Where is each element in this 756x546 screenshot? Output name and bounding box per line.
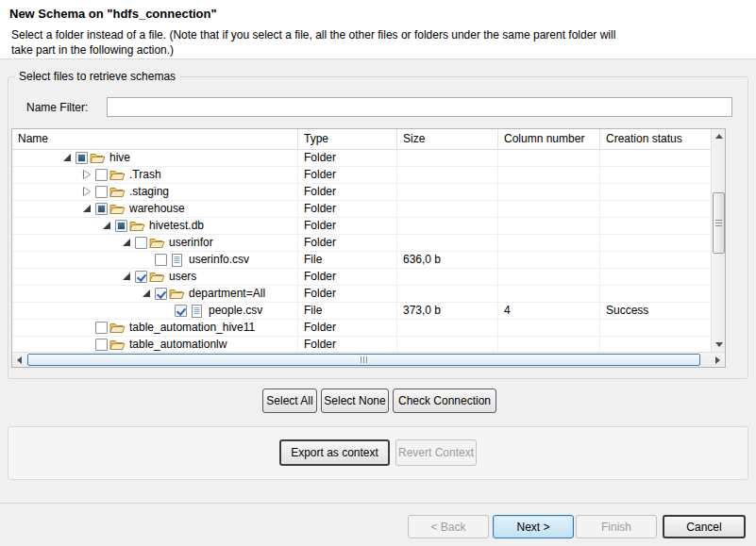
export-as-context-button[interactable]: Export as context <box>279 439 390 466</box>
cell-type: Folder <box>298 337 397 352</box>
scroll-up-icon[interactable] <box>715 134 723 139</box>
cell-size <box>397 218 498 234</box>
next-button[interactable]: Next > <box>493 515 574 538</box>
cell-size <box>397 337 498 352</box>
tree-row[interactable]: userinfor Folder <box>12 235 711 252</box>
horizontal-scrollbar-thumb[interactable] <box>27 354 700 366</box>
cell-size <box>397 150 498 166</box>
cell-column-number <box>498 320 600 336</box>
cell-column-number <box>498 184 600 200</box>
tree-row-label: people.csv <box>209 303 262 319</box>
row-checkbox-unchecked[interactable] <box>95 186 108 198</box>
cell-type: File <box>298 303 397 319</box>
vertical-scrollbar-thumb[interactable] <box>713 192 725 254</box>
folder-icon <box>149 237 165 250</box>
row-checkbox-unchecked[interactable] <box>155 254 167 266</box>
cell-column-number <box>498 235 600 251</box>
cell-creation-status <box>600 269 711 285</box>
tree-row[interactable]: .Trash Folder <box>12 167 711 184</box>
cell-type: Folder <box>298 235 397 251</box>
expander-expanded-icon[interactable] <box>121 271 133 283</box>
cell-creation-status <box>600 167 711 183</box>
select-all-button[interactable]: Select All <box>262 389 317 413</box>
column-header-type[interactable]: Type <box>298 129 397 149</box>
cell-creation-status <box>600 201 711 217</box>
file-icon <box>169 254 185 267</box>
expander-expanded-icon[interactable] <box>121 237 133 249</box>
row-checkbox-unchecked[interactable] <box>95 322 108 334</box>
row-checkbox-partial[interactable] <box>95 203 108 215</box>
tree-row-name-cell: warehouse <box>12 201 298 217</box>
cell-column-number <box>498 286 600 302</box>
tree-row[interactable]: userinfo.csv File 636,0 b <box>12 252 711 269</box>
cell-column-number <box>498 269 600 285</box>
tree-row[interactable]: users Folder <box>12 269 711 286</box>
row-checkbox-unchecked[interactable] <box>95 169 108 181</box>
tree-row[interactable]: hive Folder <box>12 150 711 167</box>
column-header-size[interactable]: Size <box>397 129 498 149</box>
tree-rows-container: hive Folder .Trash Folder .staging Folde… <box>12 150 711 352</box>
expander-placeholder <box>81 339 93 351</box>
tree-row-name-cell: table_automationlw <box>12 337 298 352</box>
tree-row-label: users <box>169 269 196 285</box>
tree-row-name-cell: people.csv <box>12 303 298 319</box>
table-header-row: Name Type Size Column number Creation st… <box>12 129 711 150</box>
expander-collapsed-icon[interactable] <box>81 169 93 181</box>
cell-size <box>397 201 498 217</box>
cell-size <box>397 320 498 336</box>
description-line-2: take part in the following action.) <box>11 43 174 57</box>
expander-expanded-icon[interactable] <box>101 220 113 232</box>
tree-row-name-cell: userinfo.csv <box>12 252 298 268</box>
expander-collapsed-icon[interactable] <box>81 186 93 198</box>
expander-placeholder <box>81 322 93 334</box>
tree-row[interactable]: people.csv File 373,0 b 4 Success <box>12 303 711 320</box>
folder-icon <box>109 186 126 199</box>
row-checkbox-checked[interactable] <box>175 305 187 317</box>
folder-icon <box>129 220 145 233</box>
cell-creation-status <box>600 235 711 251</box>
cancel-button[interactable]: Cancel <box>663 515 746 538</box>
check-connection-button[interactable]: Check Connection <box>393 389 496 413</box>
name-filter-input[interactable] <box>107 97 732 117</box>
row-checkbox-partial[interactable] <box>76 152 88 164</box>
tree-row[interactable]: table_automation_hive11 Folder <box>12 320 711 337</box>
tree-row-name-cell: table_automation_hive11 <box>12 320 298 336</box>
tree-row[interactable]: hivetest.db Folder <box>12 218 711 235</box>
select-none-button[interactable]: Select None <box>321 389 389 413</box>
cell-column-number <box>498 252 600 268</box>
vertical-scrollbar[interactable] <box>711 129 725 352</box>
tree-row[interactable]: .staging Folder <box>12 184 711 201</box>
row-checkbox-checked[interactable] <box>135 271 147 283</box>
wizard-header: New Schema on "hdfs_connection" Select a… <box>0 0 756 59</box>
expander-expanded-icon[interactable] <box>81 203 93 215</box>
horizontal-scrollbar[interactable] <box>12 352 725 367</box>
folder-icon <box>90 152 106 165</box>
scroll-left-icon[interactable] <box>17 356 22 364</box>
folder-icon <box>109 203 126 216</box>
tree-row-label: hivetest.db <box>149 218 204 234</box>
row-checkbox-unchecked[interactable] <box>135 237 147 249</box>
column-header-creation-status[interactable]: Creation status <box>600 129 711 149</box>
tree-row[interactable]: table_automationlw Folder <box>12 337 711 352</box>
column-header-name[interactable]: Name <box>12 129 298 149</box>
tree-row[interactable]: department=All Folder <box>12 286 711 303</box>
cell-type: File <box>298 252 397 268</box>
cell-creation-status <box>600 252 711 268</box>
row-checkbox-partial[interactable] <box>115 220 127 232</box>
cell-column-number: 4 <box>498 303 600 319</box>
tree-row[interactable]: warehouse Folder <box>12 201 711 218</box>
tree-row-name-cell: department=All <box>12 286 298 302</box>
scroll-down-icon[interactable] <box>715 342 723 347</box>
tree-row-label: table_automationlw <box>129 337 227 352</box>
cell-size <box>397 167 498 183</box>
row-checkbox-checked[interactable] <box>155 288 167 300</box>
scroll-right-icon[interactable] <box>715 356 720 364</box>
cell-type: Folder <box>298 184 397 200</box>
column-header-column-number[interactable]: Column number <box>498 129 600 149</box>
expander-expanded-icon[interactable] <box>61 152 74 164</box>
expander-expanded-icon[interactable] <box>141 288 153 300</box>
cell-creation-status <box>600 218 711 234</box>
row-checkbox-unchecked[interactable] <box>95 339 108 351</box>
cell-type: Folder <box>298 150 397 166</box>
page-title: New Schema on "hdfs_connection" <box>9 7 217 21</box>
